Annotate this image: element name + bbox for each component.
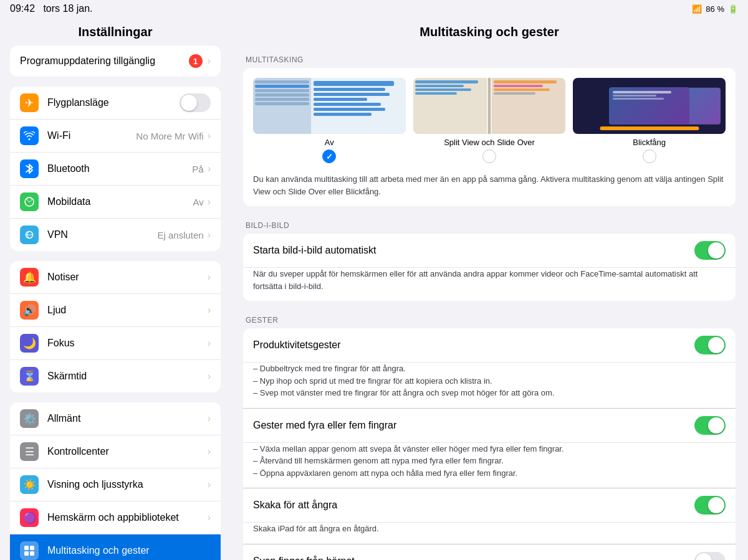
section-header-gester: GESTER <box>243 311 736 328</box>
setting-svephornet-label: Svep finger från hörnet <box>253 556 694 561</box>
sidebar-item-label-wifi: Wi-Fi <box>47 130 136 141</box>
airplane-toggle[interactable] <box>180 93 211 112</box>
right-panel-title: Multitasking och gester <box>231 17 748 45</box>
airplane-icon: ✈ <box>20 93 39 112</box>
mobildata-icon <box>20 192 39 211</box>
bildibild-description: När du sveper uppåt för hemskärmen eller… <box>243 268 736 301</box>
sidebar-item-visning[interactable]: ☀️ Visning och ljusstyrka › <box>10 468 221 501</box>
multitasking-icon <box>20 541 39 560</box>
produktivitetsgester-description: – Dubbeltryck med tre fingrar för att ån… <box>243 363 736 408</box>
skaka-toggle[interactable] <box>694 496 726 515</box>
sidebar-item-fokus[interactable]: 🌙 Fokus › <box>10 327 221 360</box>
setting-skaka-label: Skaka för att ångra <box>253 500 694 511</box>
svg-rect-5 <box>30 551 34 556</box>
status-time-date: 09:42 tors 18 jan. <box>10 3 93 14</box>
fyrafem-description: – Växla mellan appar genom att svepa åt … <box>243 443 736 488</box>
sidebar-item-skarmtid[interactable]: ⌛ Skärmtid › <box>10 360 221 392</box>
sidebar-item-wifi[interactable]: Wi-Fi No More Mr Wifi › <box>10 120 221 153</box>
sidebar-item-label-mobildata: Mobildata <box>47 196 193 207</box>
sidebar-item-label-ljud: Ljud <box>47 305 208 316</box>
produktivitetsgester-toggle[interactable] <box>694 336 726 354</box>
right-panel-content: MULTITASKING <box>231 45 748 560</box>
status-time: 09:42 <box>10 3 35 14</box>
svg-rect-2 <box>24 546 29 550</box>
skarmtid-icon: ⌛ <box>20 367 39 386</box>
svg-rect-4 <box>24 551 29 556</box>
kontrollcenter-icon: ☰ <box>20 442 39 461</box>
gester-card: Produktivitetsgester – Dubbeltryck med t… <box>243 328 736 560</box>
sidebar-item-label-bluetooth: Bluetooth <box>47 163 192 174</box>
vpn-chevron-icon: › <box>208 229 211 240</box>
svg-rect-3 <box>30 546 34 550</box>
mode-splitview-radio[interactable] <box>482 149 496 163</box>
sidebar-item-mobildata[interactable]: Mobildata Av › <box>10 186 221 219</box>
fyrafem-toggle[interactable] <box>694 416 726 435</box>
sidebar-item-kontrollcenter[interactable]: ☰ Kontrollcenter › <box>10 435 221 468</box>
mode-blickfang[interactable]: Blickfång <box>573 78 726 163</box>
sidebar-item-label-fokus: Fokus <box>47 338 208 349</box>
bluetooth-chevron-icon: › <box>208 163 211 174</box>
sidebar-item-hemskarm[interactable]: 🟣 Hemskärm och appbiblioteket › <box>10 501 221 534</box>
sidebar-item-vpn[interactable]: VPN Ej ansluten › <box>10 219 221 251</box>
sidebar-item-label-hemskarm: Hemskärm och appbiblioteket <box>47 512 208 523</box>
svephornet-toggle[interactable] <box>694 552 726 561</box>
multitasking-card: Av <box>243 68 736 206</box>
sidebar-item-allman[interactable]: ⚙️ Allmänt › <box>10 402 221 435</box>
wifi-icon: 📶 <box>692 4 702 14</box>
sidebar-group-network: ✈ Flygplansläge Wi-Fi No More Mr Wifi › <box>10 87 221 251</box>
sidebar-item-label-kontrollcenter: Kontrollcenter <box>47 446 208 457</box>
notiser-chevron-icon: › <box>208 272 211 283</box>
skaka-description: Skaka iPad för att ångra en åtgärd. <box>243 523 736 544</box>
sidebar-item-multitasking[interactable]: Multitasking och gester <box>10 534 221 560</box>
sidebar-item-airplane[interactable]: ✈ Flygplansläge <box>10 87 221 120</box>
sidebar-item-notiser[interactable]: 🔔 Notiser › <box>10 261 221 294</box>
setting-bildibild-text: Starta bild-i-bild automatiskt <box>253 245 694 256</box>
update-chevron-icon: › <box>208 55 211 67</box>
sidebar-item-label-allman: Allmänt <box>47 413 208 424</box>
status-bar: 09:42 tors 18 jan. 📶 86 % 🔋 <box>0 0 748 17</box>
wifi-value: No More Mr Wifi <box>136 131 203 141</box>
section-header-multitasking: MULTITASKING <box>243 50 736 68</box>
mode-splitview[interactable]: Split View och Slide Over <box>413 78 566 163</box>
setting-fyrafem-label: Gester med fyra eller fem fingrar <box>253 420 694 431</box>
sidebar-item-ljud[interactable]: 🔊 Ljud › <box>10 294 221 327</box>
sidebar-item-label-skarmtid: Skärmtid <box>47 371 208 382</box>
status-indicators: 📶 86 % 🔋 <box>692 4 738 14</box>
mode-av[interactable]: Av <box>253 78 406 163</box>
setting-fyrafem: Gester med fyra eller fem fingrar <box>243 409 736 443</box>
multitasking-description: Du kan använda multitasking till att arb… <box>243 173 736 206</box>
main-layout: Inställningar Programuppdatering tillgän… <box>0 17 748 560</box>
mode-av-thumbnail <box>253 78 406 134</box>
wifi-chevron-icon: › <box>208 130 211 141</box>
mode-av-radio[interactable] <box>322 149 336 163</box>
sidebar-group-display: ⚙️ Allmänt › ☰ Kontrollcenter › ☀️ Visni… <box>10 402 221 560</box>
vpn-icon <box>20 225 39 244</box>
mode-selector: Av <box>243 68 736 173</box>
fokus-chevron-icon: › <box>208 338 211 349</box>
setting-svephornet: Svep finger från hörnet <box>243 544 736 561</box>
wifi-settings-icon <box>20 126 39 145</box>
right-panel: Multitasking och gester MULTITASKING <box>231 17 748 560</box>
setting-fyrafem-text: Gester med fyra eller fem fingrar <box>253 420 694 431</box>
skarmtid-chevron-icon: › <box>208 371 211 382</box>
sidebar-item-label-visning: Visning och ljusstyrka <box>47 479 208 490</box>
mode-av-label: Av <box>325 138 334 147</box>
mode-blickfang-radio[interactable] <box>643 149 656 163</box>
sidebar-item-label-vpn: VPN <box>47 229 157 240</box>
sidebar-item-label-airplane: Flygplansläge <box>47 97 180 108</box>
ljud-icon: 🔊 <box>20 301 39 320</box>
setting-svephornet-text: Svep finger från hörnet <box>253 556 694 561</box>
hemskarm-chevron-icon: › <box>208 512 211 523</box>
mode-splitview-label: Split View och Slide Over <box>444 138 535 147</box>
sidebar-item-label-notiser: Notiser <box>47 272 208 283</box>
update-banner[interactable]: Programuppdatering tillgänglig 1 › <box>10 45 221 77</box>
status-date: tors 18 jan. <box>43 3 92 14</box>
notiser-icon: 🔔 <box>20 268 39 287</box>
sidebar: Inställningar Programuppdatering tillgän… <box>0 17 231 560</box>
setting-bildibild-label: Starta bild-i-bild automatiskt <box>253 245 694 256</box>
mode-blickfang-label: Blickfång <box>633 138 666 147</box>
section-header-bildibild: BILD-I-BILD <box>243 216 736 234</box>
bluetooth-icon <box>20 159 39 178</box>
sidebar-item-bluetooth[interactable]: Bluetooth På › <box>10 153 221 186</box>
bildibild-toggle[interactable] <box>694 241 726 260</box>
